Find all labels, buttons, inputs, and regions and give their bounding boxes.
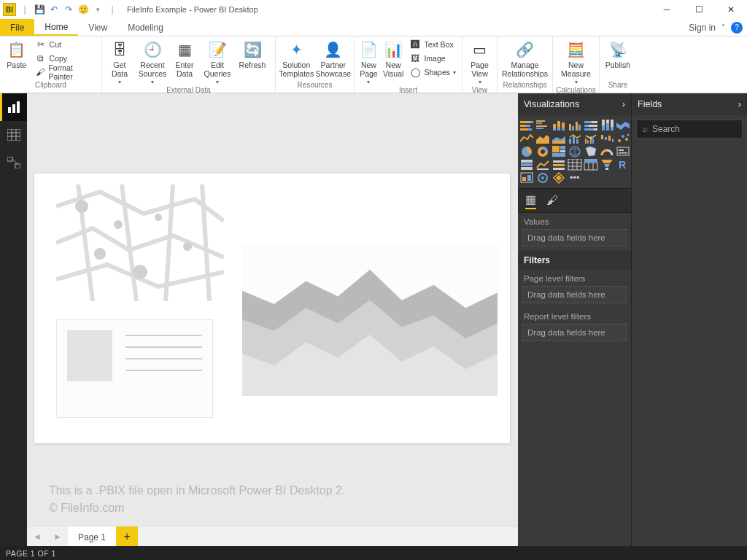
status-page-indicator: PAGE 1 OF 1 xyxy=(6,549,56,558)
viz-ribbon-icon[interactable] xyxy=(616,120,630,131)
viz-line-stacked-column-icon[interactable] xyxy=(568,133,582,144)
chevron-up-icon[interactable]: ˄ xyxy=(721,23,725,31)
viz-waterfall-icon[interactable] xyxy=(600,133,614,144)
visualizations-header[interactable]: Visualizations › xyxy=(518,93,631,115)
svg-point-11 xyxy=(75,200,88,213)
refresh-button[interactable]: 🔄Refresh xyxy=(236,38,268,70)
tab-home[interactable]: Home xyxy=(34,19,78,36)
viz-power-apps-icon[interactable] xyxy=(551,172,566,184)
viz-card-icon[interactable] xyxy=(616,146,630,158)
viz-multi-row-card-icon[interactable] xyxy=(519,159,534,171)
scissors-icon: ✂ xyxy=(35,39,47,50)
viz-stacked-column-icon[interactable] xyxy=(551,120,566,131)
tab-view[interactable]: View xyxy=(78,19,117,36)
fields-tab-icon[interactable]: ▦ xyxy=(525,192,536,209)
new-measure-button[interactable]: 🧮New Measure▾ xyxy=(556,38,596,86)
format-tab-icon[interactable]: 🖌 xyxy=(546,194,558,207)
help-icon[interactable]: ? xyxy=(731,22,743,34)
enter-data-button[interactable]: ▦Enter Data xyxy=(171,38,198,78)
format-painter-button[interactable]: 🖌Format Painter xyxy=(32,66,98,79)
maximize-button[interactable]: ☐ xyxy=(683,0,715,19)
viz-funnel-icon[interactable] xyxy=(600,159,614,171)
page-filters-dropzone[interactable]: Drag data fields here xyxy=(522,286,627,303)
viz-slicer-icon[interactable] xyxy=(551,159,566,171)
svg-rect-50 xyxy=(573,136,575,144)
viz-clustered-column-icon[interactable] xyxy=(568,120,582,131)
viz-gauge-icon[interactable] xyxy=(600,146,614,158)
next-page-button[interactable]: ► xyxy=(47,526,68,547)
viz-line-icon[interactable] xyxy=(519,133,534,144)
svg-rect-22 xyxy=(528,128,532,131)
viz-python-visual-icon[interactable] xyxy=(519,172,534,184)
filters-header[interactable]: Filters xyxy=(518,251,631,270)
report-view-button[interactable] xyxy=(0,93,27,121)
viz-table-icon[interactable] xyxy=(568,159,582,171)
report-canvas-area[interactable]: This is a .PBIX file open in Microsoft P… xyxy=(27,93,518,546)
viz-matrix-icon[interactable] xyxy=(584,159,598,171)
get-data-button[interactable]: 🗄Get Data▾ xyxy=(105,38,134,86)
smiley-icon[interactable]: 🙂 xyxy=(77,4,89,15)
add-page-button[interactable]: + xyxy=(116,526,138,547)
viz-100-stacked-bar-icon[interactable] xyxy=(584,120,598,131)
undo-icon[interactable]: ↶ xyxy=(48,4,60,15)
viz-kpi-icon[interactable] xyxy=(535,159,550,171)
viz-clustered-bar-icon[interactable] xyxy=(535,120,550,131)
svg-rect-77 xyxy=(521,167,533,170)
recent-sources-button[interactable]: 🕘Recent Sources▾ xyxy=(136,38,169,86)
fit-icon: ▭ xyxy=(470,39,490,60)
close-button[interactable]: ✕ xyxy=(715,0,747,19)
image-button[interactable]: 🖼Image xyxy=(406,52,459,65)
watermark-text: This is a .PBIX file open in Microsoft P… xyxy=(49,482,345,517)
trophy-icon: 👤 xyxy=(323,39,344,60)
solution-templates-button[interactable]: ✦Solution Templates xyxy=(279,38,314,78)
partner-showcase-button[interactable]: 👤Partner Showcase xyxy=(316,38,351,78)
values-dropzone[interactable]: Drag data fields here xyxy=(522,229,627,246)
viz-map-icon[interactable] xyxy=(568,146,582,158)
viz-custom-visual-icon[interactable]: ••• xyxy=(568,172,582,184)
viz-stacked-area-icon[interactable] xyxy=(551,133,566,144)
viz-area-icon[interactable] xyxy=(535,133,550,144)
publish-button[interactable]: 📡Publish xyxy=(603,38,633,70)
svg-rect-53 xyxy=(587,140,589,144)
tab-modeling[interactable]: Modeling xyxy=(117,19,174,36)
viz-treemap-icon[interactable] xyxy=(551,146,566,158)
manage-relationships-button[interactable]: 🔗Manage Relationships xyxy=(500,38,549,78)
redo-icon[interactable]: ↷ xyxy=(63,4,74,15)
viz-r-visual-icon[interactable]: R xyxy=(616,159,630,171)
data-view-button[interactable] xyxy=(0,121,27,149)
paste-label: Paste xyxy=(7,61,26,70)
window-controls: ─ ☐ ✕ xyxy=(651,0,747,19)
edit-queries-button[interactable]: 📝Edit Queries▾ xyxy=(200,38,235,86)
prev-page-button[interactable]: ◄ xyxy=(27,526,47,547)
viz-line-clustered-column-icon[interactable] xyxy=(584,133,598,144)
new-visual-button[interactable]: 📊New Visual xyxy=(382,38,406,78)
viz-pie-icon[interactable] xyxy=(519,146,534,158)
report-filters-dropzone[interactable]: Drag data fields here xyxy=(522,324,627,341)
page-view-button[interactable]: ▭Page View▾ xyxy=(465,38,494,86)
save-icon[interactable]: 💾 xyxy=(34,4,45,15)
viz-donut-icon[interactable] xyxy=(535,146,550,158)
viz-stacked-bar-icon[interactable] xyxy=(519,120,534,131)
report-page[interactable] xyxy=(34,174,510,443)
new-page-button[interactable]: 📄New Page▾ xyxy=(357,38,380,86)
paste-button[interactable]: 📋 Paste xyxy=(3,38,31,70)
viz-scatter-icon[interactable] xyxy=(616,133,630,144)
qat-dropdown-icon[interactable]: ▾ xyxy=(92,4,104,15)
minimize-button[interactable]: ─ xyxy=(651,0,683,19)
format-painter-label: Format Painter xyxy=(48,63,96,81)
text-box-button[interactable]: 🅰Text Box xyxy=(406,38,459,51)
sign-in-link[interactable]: Sign in xyxy=(689,23,716,33)
viz-filled-map-icon[interactable] xyxy=(584,146,598,158)
fields-search-input[interactable]: ⌕ Search xyxy=(636,120,743,139)
new-measure-label: New Measure xyxy=(561,61,591,78)
model-view-button[interactable] xyxy=(0,149,27,176)
refresh-label: Refresh xyxy=(239,61,266,70)
viz-arcgis-icon[interactable] xyxy=(535,172,550,184)
shapes-button[interactable]: ◯Shapes ▾ xyxy=(406,66,459,79)
cut-button[interactable]: ✂Cut xyxy=(32,38,98,51)
svg-rect-21 xyxy=(520,128,528,131)
fields-header[interactable]: Fields › xyxy=(632,93,747,115)
page-tab-1[interactable]: Page 1 xyxy=(68,526,116,547)
file-tab[interactable]: File xyxy=(0,19,34,36)
viz-100-stacked-column-icon[interactable] xyxy=(600,120,614,131)
